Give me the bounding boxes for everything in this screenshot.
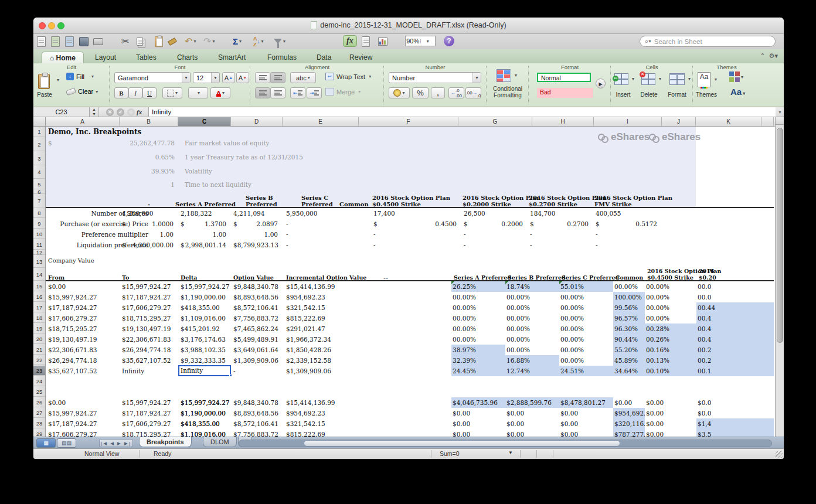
cell-E11[interactable]: - — [285, 240, 369, 250]
cell-F11[interactable]: - — [372, 240, 460, 250]
cell-F8[interactable]: 17,400 — [372, 208, 460, 219]
delete-cells-button[interactable]: ✕▾ — [641, 73, 655, 85]
tab-review[interactable]: Review — [342, 52, 380, 63]
ribbon-collapse-icon[interactable]: ⌃ ⚙▾ — [760, 52, 778, 60]
cell-pct-21-0[interactable]: 38.97% — [451, 345, 505, 355]
cell-val-26-2[interactable]: $8,478,801.27 — [559, 397, 613, 408]
row-header-23[interactable]: 23 — [33, 366, 45, 376]
zoom-dropdown-icon[interactable]: ▼ — [420, 39, 436, 43]
cell-pct-22-4[interactable]: 00.13% — [645, 355, 696, 366]
paste-dropdown-icon[interactable]: ▾ — [57, 77, 59, 83]
cell-pct-23-4[interactable]: 00.10% — [645, 366, 696, 376]
zoom-control[interactable]: 90%▼ — [405, 36, 436, 46]
vertical-scroll-thumb[interactable] — [777, 128, 783, 343]
page-layout-view-button[interactable]: ▤▤ — [57, 438, 76, 448]
cell-pct-20-0[interactable]: 00.00% — [451, 334, 505, 345]
cell-pct-21-1[interactable]: 00.00% — [505, 345, 559, 355]
show-formulas-icon[interactable] — [362, 35, 370, 47]
enter-icon[interactable]: ✓ — [117, 108, 124, 116]
formula-input[interactable]: Infinity — [148, 107, 776, 117]
cell-C26[interactable]: $15,997,924.27 — [179, 397, 230, 408]
fill-button[interactable]: ↓ Fill▾ — [66, 73, 94, 80]
cell-val-26-1[interactable]: $2,888,599.76 — [505, 397, 559, 408]
column-header-I[interactable]: I — [594, 117, 662, 126]
tab-tables[interactable]: Tables — [128, 52, 164, 63]
cell-val-27-4[interactable]: $0.00 — [645, 408, 696, 418]
cell-C15[interactable]: $15,997,924.27 — [179, 281, 230, 292]
vertical-scrollbar[interactable] — [775, 117, 784, 437]
cell-E15[interactable]: $15,414,136.99 — [285, 281, 355, 292]
cell-pct-22-3[interactable]: 45.89% — [613, 355, 645, 366]
column-header-H[interactable]: H — [532, 117, 594, 126]
cell-C8[interactable]: 2,188,322 — [179, 208, 230, 219]
tab-layout[interactable]: Layout — [87, 52, 124, 63]
cell-C22[interactable]: $9,332,333.35 — [179, 355, 230, 366]
cell-A27[interactable]: $15,997,924.27 — [47, 408, 118, 418]
row-header-22[interactable]: 22 — [33, 355, 45, 365]
cell-val-27-1[interactable]: $0.00 — [505, 408, 559, 418]
cell-val-29-5[interactable]: $3,5 — [696, 429, 774, 437]
tab-scroll-arrows[interactable]: |◀ ◀ ▶ ▶| — [99, 439, 133, 447]
formula-bar-expand-icon[interactable]: ▼ — [778, 110, 782, 114]
select-all-corner[interactable] — [33, 117, 46, 126]
cell-pct-15-4[interactable]: 00.00% — [645, 281, 696, 292]
cell-pct-21-3[interactable]: 55.20% — [613, 345, 645, 355]
cell-G11[interactable]: - — [463, 240, 526, 250]
decrease-font-button[interactable]: A▼ — [236, 72, 249, 83]
column-header-D[interactable]: D — [231, 117, 283, 126]
cell-B8[interactable]: 4,200,000 — [121, 208, 177, 219]
cell-pct-22-2[interactable]: 00.00% — [559, 355, 613, 366]
cell-pct-16-3[interactable]: 100.00% — [613, 292, 645, 302]
cell-B10[interactable]: 1.00 — [121, 229, 175, 240]
save-icon[interactable] — [79, 35, 89, 47]
cell-B22[interactable]: $35,627,107.52 — [121, 355, 177, 366]
cell-val-29-1[interactable]: $0.00 — [505, 429, 559, 437]
cell-A21[interactable]: $22,306,671.83 — [47, 345, 118, 355]
cell-H11[interactable]: - — [529, 240, 592, 250]
cut-icon[interactable]: ✂ — [121, 35, 129, 47]
selected-cell-C23[interactable]: Infinity — [178, 365, 231, 376]
row-header-9[interactable]: 9 — [33, 219, 45, 229]
cell-pct-21-4[interactable]: 00.16% — [645, 345, 696, 355]
cell-B18[interactable]: $18,715,295.27 — [121, 313, 177, 323]
cell-B11[interactable]: $4,200,000.00 — [121, 240, 175, 250]
cell-A16[interactable]: $15,997,924.27 — [47, 292, 118, 302]
sheet-grid[interactable]: 1234567891011121314151617181920212223242… — [33, 127, 775, 437]
cell-pct-22-1[interactable]: 16.88% — [505, 355, 559, 366]
font-color-button[interactable]: A▾ — [210, 87, 230, 98]
cell-B29[interactable]: $18,715,295.27 — [121, 429, 177, 437]
align-left-button[interactable] — [255, 87, 270, 98]
cell-pct-18-0[interactable]: 00.00% — [451, 313, 505, 323]
cell-D27[interactable]: $8,893,648.56 — [232, 408, 281, 418]
align-middle-button[interactable] — [270, 72, 285, 83]
format-cells-button[interactable]: ▾ — [669, 73, 685, 85]
paste-icon[interactable] — [153, 35, 165, 47]
row-header-6[interactable]: 6 — [33, 190, 45, 194]
cell-pct-23-2[interactable]: 24.51% — [559, 366, 613, 376]
align-top-button[interactable] — [255, 72, 270, 83]
increase-font-button[interactable]: A▲ — [222, 72, 235, 83]
cell-pct-18-1[interactable]: 00.00% — [505, 313, 559, 323]
cell-val-27-5[interactable]: $0.0 — [696, 408, 774, 418]
cell-D17[interactable]: $8,572,106.41 — [232, 302, 281, 313]
row-header-27[interactable]: 27 — [33, 408, 45, 418]
cell-pct-16-4[interactable]: 00.00% — [645, 292, 696, 302]
underline-button[interactable]: U — [142, 87, 157, 98]
cell-pct-20-4[interactable]: 00.26% — [645, 334, 696, 345]
cell-B3-label[interactable]: 1 year Treasury rate as of 12/31/2015 — [183, 152, 430, 166]
cell-pct-16-1[interactable]: 00.00% — [505, 292, 559, 302]
cell-I8[interactable]: 400,055 — [594, 208, 661, 219]
row-header-12[interactable]: 12 — [33, 250, 45, 255]
copy-icon[interactable] — [137, 35, 143, 47]
row-header-5[interactable]: 5 — [33, 179, 45, 189]
sheet-tab-dlom[interactable]: DLOM — [203, 437, 237, 447]
normal-view-button[interactable]: ▦ — [36, 438, 56, 448]
cell-A18[interactable]: $17,606,279.27 — [47, 313, 118, 323]
cell-E19[interactable]: $291,021.47 — [285, 323, 355, 334]
merge-button[interactable]: Merge▾ — [325, 88, 361, 96]
cell-B21[interactable]: $26,294,774.18 — [121, 345, 177, 355]
cell-val-28-0[interactable]: $0.00 — [451, 418, 505, 429]
undo-icon[interactable]: ↶▾ — [185, 35, 196, 47]
column-header-K[interactable]: K — [696, 117, 761, 126]
row-header-3[interactable]: 3 — [33, 152, 45, 165]
